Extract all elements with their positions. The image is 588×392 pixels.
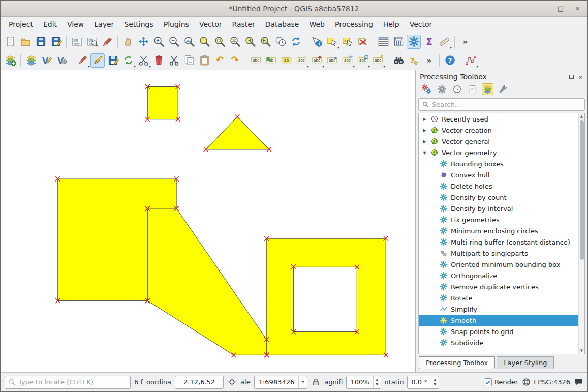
- tree-item-convex-hull[interactable]: Convex hull: [419, 169, 578, 180]
- menu-raster[interactable]: Raster: [227, 18, 260, 31]
- toolbox-search-input[interactable]: Search…: [418, 98, 585, 111]
- titlebar[interactable]: *Untitled Project - QGIS a8eba57812 – □ …: [1, 1, 587, 17]
- render-checkbox[interactable]: [484, 378, 492, 386]
- menu-view[interactable]: View: [62, 18, 89, 31]
- toolbar-overflow-button[interactable]: »: [458, 35, 472, 49]
- deselect-features-button[interactable]: [355, 35, 369, 49]
- field-calculator-button[interactable]: [391, 35, 406, 49]
- new-shapefile-layer-button[interactable]: V: [39, 53, 53, 68]
- menu-plugins[interactable]: Plugins: [159, 18, 194, 31]
- show-layout-manager-button[interactable]: [85, 35, 99, 49]
- extents-toggle-icon[interactable]: [227, 377, 237, 387]
- tree-item-delete-holes[interactable]: Delete holes: [419, 180, 578, 192]
- current-edits-button[interactable]: ▾: [75, 53, 89, 68]
- expand-arrow-icon[interactable]: ▶: [422, 117, 427, 122]
- change-label-properties-button[interactable]: abc▾: [370, 53, 385, 68]
- close-button[interactable]: ×: [575, 5, 580, 12]
- map-canvas[interactable]: [1, 70, 415, 372]
- split-features-button[interactable]: ▾: [136, 53, 150, 68]
- menu-vector[interactable]: Vector: [405, 18, 438, 31]
- menu-database[interactable]: Database: [260, 18, 304, 31]
- new-virtual-layer-button[interactable]: V: [54, 53, 69, 68]
- scale-combo[interactable]: 1:6983426 ▾: [254, 376, 308, 389]
- options-icon[interactable]: [497, 83, 509, 95]
- cut-features-button[interactable]: [167, 53, 181, 68]
- tree-item-oriented-minimum-bounding-box[interactable]: Oriented minimum bounding box: [419, 259, 578, 270]
- pan-map-button[interactable]: [121, 35, 135, 49]
- tree-item-remove-duplicate-vertices[interactable]: Remove duplicate vertices: [419, 281, 578, 292]
- redo-button[interactable]: ↷: [228, 53, 242, 68]
- label-toolbar-menu-button[interactable]: abc▾: [294, 53, 308, 68]
- select-by-expression-button[interactable]: ε: [340, 35, 354, 49]
- spin-arrows-icon[interactable]: ▲▼: [373, 376, 381, 388]
- pin-labels-button[interactable]: abc▾: [310, 53, 324, 68]
- collapse-arrow-icon[interactable]: ▼: [422, 150, 427, 155]
- zoom-full-button[interactable]: [197, 35, 211, 49]
- statistical-summary-button[interactable]: Σ: [422, 35, 436, 49]
- zoom-native-button[interactable]: 1:1: [182, 35, 196, 49]
- tab-processing-toolbox[interactable]: Processing Toolbox: [419, 356, 495, 369]
- undo-button[interactable]: ↶: [212, 53, 227, 68]
- dropdown-caret-icon[interactable]: ▾: [307, 64, 309, 69]
- menu-vector[interactable]: Vector: [194, 18, 227, 31]
- processing-toolbox-toggle-button[interactable]: [407, 35, 421, 49]
- menu-help[interactable]: Help: [378, 18, 405, 31]
- new-geopackage-layer-button[interactable]: [24, 53, 38, 68]
- menu-edit[interactable]: Edit: [38, 18, 62, 31]
- measure-line-button[interactable]: ▾: [437, 35, 451, 49]
- menu-layer[interactable]: Layer: [89, 18, 119, 31]
- layer-diagram-button[interactable]: ab: [264, 53, 278, 68]
- messages-button[interactable]: [574, 377, 583, 387]
- rotate-label-button[interactable]: abc▾: [355, 53, 369, 68]
- zoom-to-layer-button[interactable]: [228, 35, 242, 49]
- toggle-editing-button[interactable]: [90, 53, 105, 68]
- copy-features-button[interactable]: [182, 53, 196, 68]
- tree-item-vector-geometry[interactable]: ▼Vector geometry: [419, 147, 578, 158]
- scroll-down-icon[interactable]: ▼: [580, 348, 583, 354]
- dropdown-caret-icon[interactable]: ▾: [88, 64, 90, 69]
- data-source-manager-button[interactable]: [3, 53, 17, 68]
- expand-arrow-icon[interactable]: ▶: [422, 139, 427, 144]
- crs-indicator[interactable]: EPSG:4326: [521, 377, 570, 387]
- edit-features-inplace-icon[interactable]: [482, 83, 493, 95]
- run-feature-action-button[interactable]: ?: [407, 53, 421, 68]
- dropdown-caret-icon[interactable]: ▾: [337, 45, 339, 50]
- paste-features-button[interactable]: [197, 53, 211, 68]
- tree-item-multi-ring-buffer-constant-distance[interactable]: Multi-ring buffer (constant distance): [419, 236, 578, 248]
- models-icon[interactable]: [436, 83, 448, 95]
- new-project-button[interactable]: [3, 35, 17, 49]
- show-pinned-labels-button[interactable]: abc: [325, 53, 339, 68]
- menu-settings[interactable]: Settings: [119, 18, 158, 31]
- open-attribute-table-button[interactable]: [376, 35, 390, 49]
- history-icon[interactable]: [451, 83, 463, 95]
- menu-web[interactable]: Web: [304, 18, 330, 31]
- float-panel-icon[interactable]: [569, 75, 574, 79]
- locate-input[interactable]: Type to locate (Ctrl+K): [5, 376, 131, 389]
- dropdown-caret-icon[interactable]: ▾: [322, 64, 324, 69]
- scale-dropdown-icon[interactable]: ▾: [298, 376, 307, 388]
- tree-item-orthogonalize[interactable]: Orthogonalize: [419, 270, 578, 281]
- tree-scrollbar[interactable]: ▲ ▼: [578, 113, 584, 354]
- pan-to-selection-button[interactable]: [136, 35, 150, 49]
- move-feature-button[interactable]: ▾: [121, 53, 135, 68]
- tree-item-simplify[interactable]: Simplify: [419, 304, 578, 315]
- tree-item-multipart-to-singleparts[interactable]: Multipart to singleparts: [419, 248, 578, 259]
- tab-layer-styling[interactable]: Layer Styling: [497, 356, 554, 369]
- minimize-button[interactable]: –: [543, 5, 546, 12]
- layer-labeling-button[interactable]: abc: [249, 53, 263, 68]
- tree-item-fix-geometries[interactable]: Fix geometries: [419, 214, 578, 225]
- tree-item-rotate[interactable]: Rotate: [419, 292, 578, 304]
- dropdown-caret-icon[interactable]: ▾: [149, 64, 151, 69]
- tree-item-recently-used[interactable]: ▶Recently used: [419, 113, 578, 125]
- dropdown-caret-icon[interactable]: ▾: [383, 64, 385, 69]
- tree-item-minimum-enclosing-circles[interactable]: Minimum enclosing circles: [419, 225, 578, 236]
- rotation-spinbox[interactable]: 0.0 ° ▲▼: [407, 376, 439, 389]
- osm-place-search-button[interactable]: [391, 53, 406, 68]
- zoom-out-button[interactable]: [167, 35, 181, 49]
- menu-project[interactable]: Project: [4, 18, 38, 31]
- help-button[interactable]: ?: [443, 53, 457, 68]
- style-manager-button[interactable]: [100, 35, 114, 49]
- save-project-button[interactable]: [34, 35, 48, 49]
- zoom-to-selection-button[interactable]: [212, 35, 227, 49]
- dropdown-caret-icon[interactable]: ▾: [476, 64, 478, 69]
